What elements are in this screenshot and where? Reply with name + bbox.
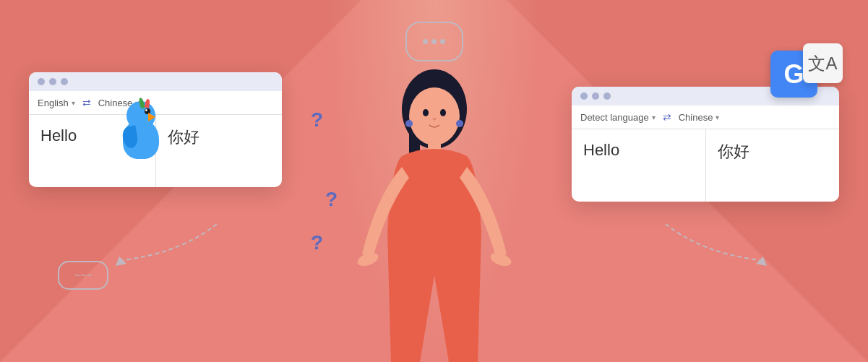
svg-point-11 [456,120,463,127]
right-translation-header: Detect language ▾ ⇄ Chinese ▾ [572,105,839,129]
speech-dot [431,39,437,44]
right-target-text: 你好 [718,142,749,160]
right-window-dot-3 [603,92,611,100]
left-source-text: Hello [40,126,77,145]
question-mark-1: ? [311,108,323,132]
window-dot-1 [38,78,45,85]
right-source-text: Hello [583,141,619,159]
dashed-arrow-right [651,217,774,275]
right-target-chevron: ▾ [716,113,719,121]
svg-marker-2 [116,257,126,266]
speech-dot [423,39,428,44]
speech-dot [440,39,445,44]
dashed-arrow-left [108,217,231,275]
left-target-panel: 你好 [156,115,283,187]
left-source-lang-label: English [38,98,69,108]
window-dot-3 [61,78,68,85]
right-translation-panels: Hello 你好 [572,129,839,202]
right-window-body: Detect language ▾ ⇄ Chinese ▾ Hello 你好 [572,105,839,202]
left-titlebar [29,72,282,91]
translate-symbol: 文A [808,52,837,75]
google-g-letter: G [783,59,804,90]
svg-point-7 [409,87,460,145]
left-source-chevron: ▾ [72,99,75,107]
right-swap-icon[interactable]: ⇄ [663,111,671,123]
right-target-lang-label: Chinese [679,112,713,123]
right-source-lang-selector[interactable]: Detect language ▾ [580,112,656,123]
parrot-mascot [116,101,173,159]
svg-point-10 [405,120,413,127]
right-target-panel: 你好 [706,129,840,202]
left-swap-icon[interactable]: ⇄ [82,97,91,108]
svg-marker-3 [756,257,767,266]
google-translate-icon: 文A [803,43,843,83]
parrot-beak [148,113,155,121]
svg-point-8 [423,109,429,116]
left-source-lang-selector[interactable]: English ▾ [38,98,75,108]
svg-point-9 [440,109,446,116]
right-window-dot-1 [580,92,588,100]
speech-bubble-bottom-left: ~~~ [58,261,108,290]
squiggle-icon: ~~~ [74,270,93,281]
right-source-panel: Hello [572,129,706,202]
window-dot-2 [49,78,56,85]
parrot-wing [121,125,139,149]
left-translation-window: English ▾ ⇄ Chinese ▾ Hello 你好 [29,72,282,187]
question-mark-2: ? [325,188,338,211]
right-translation-window: G 文A Detect language ▾ ⇄ Chinese ▾ Hello… [572,87,839,202]
parrot-body [123,119,159,159]
right-source-chevron: ▾ [652,113,656,121]
right-window-dot-2 [592,92,599,100]
right-target-lang-selector[interactable]: Chinese ▾ [679,112,720,123]
right-source-lang-label: Detect language [580,112,649,123]
question-mark-3: ? [311,231,323,254]
woman-figure [348,51,521,362]
